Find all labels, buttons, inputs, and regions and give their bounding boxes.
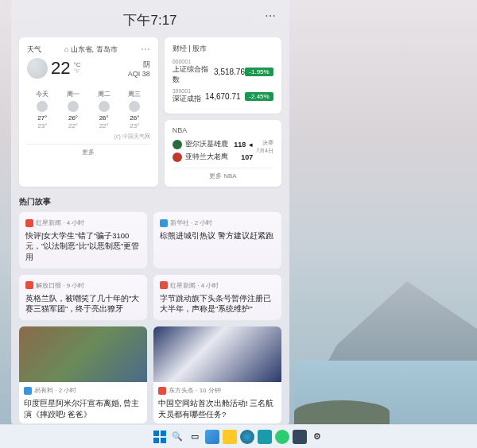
- weather-condition-icon: [27, 58, 48, 79]
- weather-more-link[interactable]: 更多: [27, 144, 150, 156]
- taskbar: 🔍 ▭ ⚙: [0, 424, 477, 448]
- news-thumbnail: [153, 326, 281, 382]
- svg-rect-2: [153, 438, 159, 443]
- nba-title: NBA: [173, 126, 273, 134]
- panel-header: 下午7:17 ⋯: [19, 6, 281, 34]
- start-button[interactable]: [153, 430, 167, 444]
- nba-more-link[interactable]: 更多 NBA: [173, 168, 273, 180]
- finance-row: 000001上证综合指数 3,518.76 -1.95%: [173, 59, 273, 85]
- news-card[interactable]: 红星新闻 · 4 小时 快评|女大学生"错了"骗子3100元，"以法制恶"比"以…: [19, 212, 147, 268]
- weather-location: ⌂ 山东省, 青岛市: [64, 44, 117, 55]
- section-title: 热门故事: [19, 195, 281, 212]
- widgets-panel: 下午7:17 ⋯ 天气 ⌂ 山东省, 青岛市 ⋯ 22 °C °F: [11, 0, 289, 426]
- hot-stories-section: 热门故事 红星新闻 · 4 小时 快评|女大学生"错了"骗子3100元，"以法制…: [19, 195, 281, 426]
- app-icon[interactable]: [275, 430, 289, 444]
- news-card[interactable]: 红星新闻 · 4 小时 字节跳动旗下头条号暂停注册已大半年，声称是"系统维护": [153, 275, 281, 321]
- explorer-icon[interactable]: [223, 430, 237, 444]
- edge-icon[interactable]: [240, 430, 254, 444]
- nba-widget[interactable]: NBA 密尔沃基雄鹿118◂ 亚特兰大老鹰107 决赛7月4日 更多 NBA: [165, 120, 281, 187]
- source-badge-icon: [160, 219, 168, 227]
- forecast-day: 周一26°22°: [58, 90, 89, 129]
- forecast-day: 今天27°23°: [27, 90, 58, 129]
- news-image-card[interactable]: 易有料 · 2 小时 印度巨星阿米尔汗宣布离婚, 曾主演《摔跤吧! 爸爸》: [19, 326, 147, 423]
- source-badge-icon: [25, 219, 33, 227]
- app-icon[interactable]: [293, 430, 307, 444]
- source-badge-icon: [24, 387, 32, 395]
- finance-row: 399001深证成指 14,670.71 -2.45%: [173, 88, 273, 104]
- finance-tabs[interactable]: 财经 | 股市: [173, 44, 273, 54]
- search-icon[interactable]: 🔍: [170, 430, 184, 444]
- weather-title: 天气: [27, 44, 41, 55]
- weather-widget[interactable]: 天气 ⌂ 山东省, 青岛市 ⋯ 22 °C °F 阴 AQI 38: [19, 37, 158, 187]
- weather-temp: 22: [51, 58, 70, 79]
- wallpaper-land: [294, 400, 390, 424]
- svg-rect-0: [153, 431, 159, 436]
- home-icon: ⌂: [64, 45, 68, 53]
- weather-condition: 阴: [128, 60, 150, 70]
- panel-more-icon[interactable]: ⋯: [265, 10, 277, 22]
- news-thumbnail: [19, 326, 147, 382]
- weather-menu-icon[interactable]: ⋯: [141, 44, 150, 55]
- team-logo-icon: [173, 140, 182, 149]
- panel-time: 下午7:17: [123, 11, 176, 29]
- store-icon[interactable]: [258, 430, 272, 444]
- news-image-card[interactable]: 东方头条 · 10 分钟 中国空间站首次出舱活动! 三名航天员都有哪些任务?: [153, 326, 281, 423]
- forecast-day: 周二26°22°: [88, 90, 119, 129]
- source-badge-icon: [25, 281, 33, 289]
- svg-rect-1: [161, 431, 166, 436]
- settings-icon[interactable]: ⚙: [310, 430, 324, 444]
- widgets-icon[interactable]: [205, 430, 219, 444]
- svg-rect-3: [161, 438, 166, 443]
- finance-widget[interactable]: 财经 | 股市 000001上证综合指数 3,518.76 -1.95% 399…: [165, 37, 281, 114]
- team-logo-icon: [173, 153, 182, 162]
- task-view-icon[interactable]: ▭: [188, 430, 202, 444]
- source-badge-icon: [160, 281, 168, 289]
- weather-forecast: 今天27°23° 周一26°22° 周二26°22° 周三26°23°: [27, 85, 150, 129]
- forecast-day: 周三26°23°: [119, 90, 150, 129]
- weather-attribution: (c) 中国天气网: [27, 133, 150, 141]
- news-card[interactable]: 新华社 · 2 小时 棕熊进城引热议 警方建议赶紧跑: [153, 212, 281, 268]
- source-badge-icon: [158, 387, 166, 395]
- news-card[interactable]: 解放日报 · 9 小时 英格兰队，被嘲笑了几十年的"大赛三猫军团"，终于亮出獠牙: [19, 275, 147, 321]
